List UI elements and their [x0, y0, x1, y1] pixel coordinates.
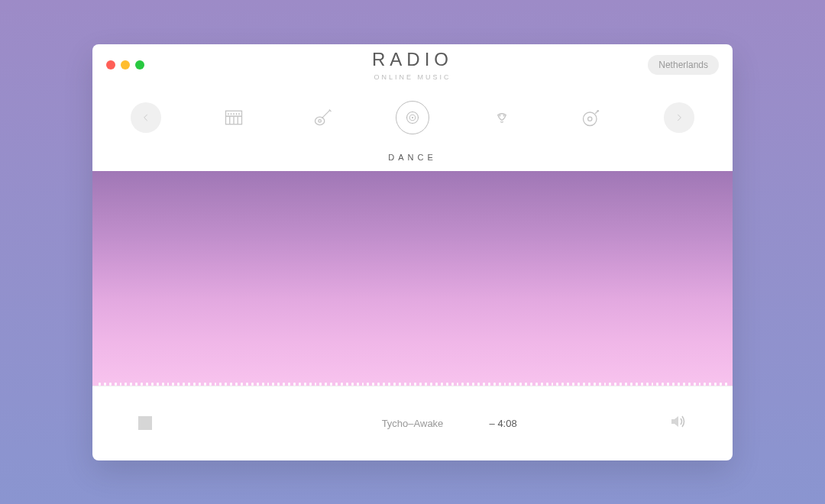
svg-point-24: [588, 117, 592, 121]
window-controls: [106, 60, 144, 69]
svg-point-16: [412, 116, 413, 118]
chevron-right-icon: [674, 112, 684, 123]
svg-point-18: [412, 122, 413, 124]
genre-active-label: DANCE: [92, 153, 733, 162]
genre-item-piano[interactable]: [217, 101, 251, 134]
genre-carousel: [92, 75, 733, 142]
svg-point-11: [319, 119, 322, 122]
genre-item-jazz[interactable]: [485, 101, 519, 134]
volume-icon: [668, 412, 687, 431]
genre-item-vinyl[interactable]: [574, 101, 608, 134]
close-icon[interactable]: [106, 60, 115, 69]
waveform: [92, 375, 733, 386]
minimize-icon[interactable]: [121, 60, 130, 69]
svg-point-21: [499, 115, 500, 116]
piano-icon: [223, 107, 244, 128]
svg-point-19: [406, 117, 408, 118]
titlebar: RADIO ONLINE MUSIC Netherlands: [92, 44, 733, 75]
play-stop-button[interactable]: [138, 416, 152, 430]
brand-title: RADIO: [372, 49, 453, 70]
genre-prev-button[interactable]: [131, 102, 161, 133]
trumpet-icon: [491, 107, 513, 128]
visualizer: [92, 171, 733, 386]
maximize-icon[interactable]: [135, 60, 144, 69]
svg-point-25: [597, 109, 599, 111]
volume-button[interactable]: [668, 412, 687, 434]
svg-point-20: [418, 117, 419, 118]
speaker-icon: [403, 108, 422, 127]
track-title: Tycho–Awake: [382, 418, 444, 429]
genre-next-button[interactable]: [664, 102, 694, 133]
svg-point-10: [315, 117, 325, 125]
svg-point-22: [503, 115, 505, 116]
track-time: – 4:08: [490, 418, 517, 429]
genre-item-guitar[interactable]: [306, 101, 340, 134]
svg-point-17: [412, 111, 413, 112]
chevron-left-icon: [141, 112, 151, 123]
radio-app-window: RADIO ONLINE MUSIC Netherlands: [92, 44, 733, 460]
genre-item-dance[interactable]: [396, 101, 429, 134]
svg-line-12: [322, 110, 330, 118]
vinyl-icon: [581, 107, 602, 128]
brand: RADIO ONLINE MUSIC: [372, 49, 453, 81]
svg-point-23: [584, 112, 597, 126]
brand-subtitle: ONLINE MUSIC: [372, 73, 453, 81]
guitar-icon: [312, 107, 334, 128]
location-selector[interactable]: Netherlands: [648, 55, 719, 75]
player-bar: Tycho–Awake – 4:08: [92, 386, 733, 460]
